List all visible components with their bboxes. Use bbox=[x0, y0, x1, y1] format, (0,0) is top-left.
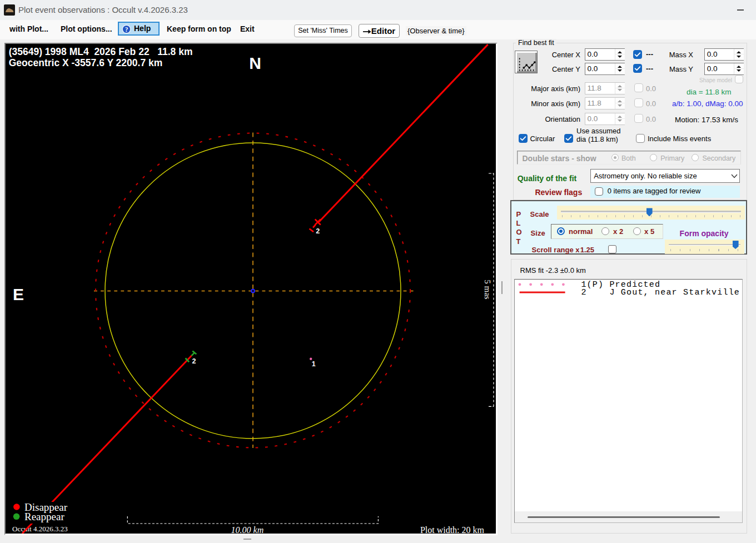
svg-text:Plot width: 20 km: Plot width: 20 km bbox=[420, 525, 485, 534]
svg-text:5 mas: 5 mas bbox=[483, 280, 492, 300]
svg-text:?: ? bbox=[125, 26, 128, 32]
svg-text:(35649) 1998 ML4 2026 Feb 22: (35649) 1998 ML4 2026 Feb 22 11.8 km bbox=[9, 46, 193, 57]
svg-text:E: E bbox=[13, 285, 24, 303]
svg-text:10.00 km: 10.00 km bbox=[231, 525, 264, 534]
svg-text:N: N bbox=[249, 54, 261, 72]
svg-text:1: 1 bbox=[312, 360, 316, 368]
svg-text:Geocentric X -3557.6 Y 2200.7: Geocentric X -3557.6 Y 2200.7 km bbox=[9, 57, 163, 68]
svg-text:2: 2 bbox=[192, 357, 196, 365]
svg-text:Reappear: Reappear bbox=[24, 511, 64, 522]
svg-text:2: 2 bbox=[316, 227, 320, 235]
svg-text:Occult 4.2026.3.23: Occult 4.2026.3.23 bbox=[12, 525, 68, 533]
